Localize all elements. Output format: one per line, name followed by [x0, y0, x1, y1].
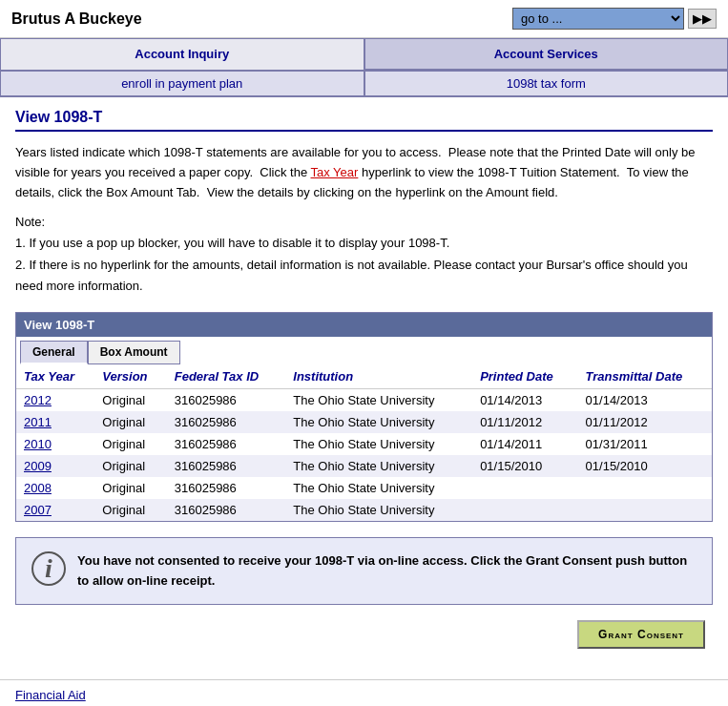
cell-institution: The Ohio State University: [285, 477, 472, 499]
cell-fed-id: 316025986: [167, 433, 286, 455]
grant-consent-button[interactable]: Grant Consent: [577, 620, 705, 649]
cell-version: Original: [94, 433, 166, 455]
note-item-2: 2. If there is no hyperlink for the amou…: [15, 255, 713, 297]
cell-transmittal: 01/15/2010: [578, 455, 712, 477]
cell-printed: 01/15/2010: [472, 455, 577, 477]
subtab-1098t[interactable]: 1098t tax form: [364, 71, 729, 96]
note-title: Note:: [15, 212, 713, 233]
cell-version: Original: [94, 499, 166, 521]
inner-tab-general[interactable]: General: [20, 341, 88, 364]
table-row: 2010Original316025986The Ohio State Univ…: [16, 433, 712, 455]
cell-version: Original: [94, 388, 166, 411]
main-content: View 1098-T Years listed indicate which …: [0, 97, 728, 679]
col-tax-year: Tax Year: [16, 364, 94, 389]
goto-button[interactable]: ▶▶: [688, 9, 717, 29]
cell-year: 2010: [16, 433, 94, 455]
cell-printed: [472, 477, 577, 499]
year-link[interactable]: 2010: [24, 437, 52, 451]
cell-year: 2008: [16, 477, 94, 499]
note-item-1: 1. If you use a pop up blocker, you will…: [15, 233, 713, 254]
sub-tabs: enroll in payment plan 1098t tax form: [0, 71, 728, 97]
header: Brutus A Buckeye go to ... ▶▶: [0, 0, 728, 38]
cell-institution: The Ohio State University: [285, 411, 472, 433]
cell-year: 2009: [16, 455, 94, 477]
year-link[interactable]: 2009: [24, 459, 52, 473]
inner-tab-bar: General Box Amount: [16, 337, 712, 364]
cell-fed-id: 316025986: [167, 477, 286, 499]
col-version: Version: [94, 364, 166, 389]
table-row: 2009Original316025986The Ohio State Univ…: [16, 455, 712, 477]
tab-account-services[interactable]: Account Services: [364, 38, 729, 70]
table-header-row: Tax Year Version Federal Tax ID Institut…: [16, 364, 712, 389]
cell-transmittal: [578, 499, 712, 521]
cell-printed: 01/11/2012: [472, 411, 577, 433]
grant-consent-row: Grant Consent: [15, 620, 713, 649]
col-fed-tax-id: Federal Tax ID: [167, 364, 286, 389]
cell-printed: [472, 499, 577, 521]
cell-transmittal: [578, 477, 712, 499]
cell-institution: The Ohio State University: [285, 388, 472, 411]
tab-account-inquiry[interactable]: Account Inquiry: [0, 38, 364, 70]
col-institution: Institution: [285, 364, 472, 389]
user-name: Brutus A Buckeye: [11, 10, 142, 28]
year-link[interactable]: 2008: [24, 481, 52, 495]
cell-transmittal: 01/14/2013: [578, 388, 712, 411]
goto-select[interactable]: go to ...: [512, 8, 684, 30]
info-paragraph: Years listed indicate which 1098-T state…: [15, 143, 713, 202]
financial-aid-link[interactable]: Financial Aid: [15, 688, 86, 702]
cell-institution: The Ohio State University: [285, 433, 472, 455]
page-title: View 1098-T: [15, 109, 713, 132]
cell-year: 2012: [16, 388, 94, 411]
cell-institution: The Ohio State University: [285, 455, 472, 477]
consent-message: You have not consented to receive your 1…: [77, 551, 697, 592]
main-tabs: Account Inquiry Account Services: [0, 38, 728, 71]
subtab-enroll[interactable]: enroll in payment plan: [0, 71, 364, 96]
cell-version: Original: [94, 455, 166, 477]
cell-fed-id: 316025986: [167, 388, 286, 411]
cell-printed: 01/14/2011: [472, 433, 577, 455]
col-printed-date: Printed Date: [472, 364, 577, 389]
year-link[interactable]: 2011: [24, 415, 52, 429]
cell-year: 2011: [16, 411, 94, 433]
table-row: 2011Original316025986The Ohio State Univ…: [16, 411, 712, 433]
cell-transmittal: 01/31/2011: [578, 433, 712, 455]
1098t-table: Tax Year Version Federal Tax ID Institut…: [16, 364, 712, 521]
col-transmittal-date: Transmittal Date: [578, 364, 712, 389]
cell-fed-id: 316025986: [167, 411, 286, 433]
footer: Financial Aid: [0, 679, 728, 706]
year-link[interactable]: 2012: [24, 393, 52, 407]
cell-institution: The Ohio State University: [285, 499, 472, 521]
table-row: 2008Original316025986The Ohio State Univ…: [16, 477, 712, 499]
table-section-header: View 1098-T: [16, 313, 712, 337]
consent-box: i You have not consented to receive your…: [15, 537, 713, 606]
cell-transmittal: 01/11/2012: [578, 411, 712, 433]
cell-printed: 01/14/2013: [472, 388, 577, 411]
table-row: 2012Original316025986The Ohio State Univ…: [16, 388, 712, 411]
cell-version: Original: [94, 477, 166, 499]
goto-nav: go to ... ▶▶: [512, 8, 717, 30]
table-row: 2007Original316025986The Ohio State Univ…: [16, 499, 712, 521]
info-icon: i: [31, 551, 66, 586]
cell-fed-id: 316025986: [167, 455, 286, 477]
year-link[interactable]: 2007: [24, 503, 52, 517]
inner-tab-box-amount[interactable]: Box Amount: [88, 341, 180, 364]
tax-year-link[interactable]: Tax Year: [311, 165, 359, 179]
view-1098t-table-container: View 1098-T General Box Amount Tax Year …: [15, 312, 713, 522]
cell-fed-id: 316025986: [167, 499, 286, 521]
cell-version: Original: [94, 411, 166, 433]
note-section: Note: 1. If you use a pop up blocker, yo…: [15, 212, 713, 296]
cell-year: 2007: [16, 499, 94, 521]
